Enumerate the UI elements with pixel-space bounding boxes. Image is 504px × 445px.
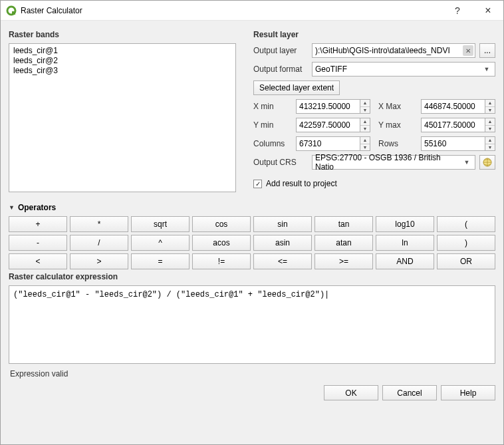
- operator-button[interactable]: cos: [192, 216, 251, 232]
- ymax-label: Y max: [378, 120, 413, 130]
- add-result-checkbox[interactable]: ✓ Add result to project: [253, 179, 337, 188]
- select-crs-button[interactable]: [479, 155, 495, 170]
- help-titlebar-button[interactable]: ?: [442, 1, 473, 21]
- chevron-down-icon: ▼: [481, 66, 492, 73]
- output-format-select[interactable]: GeoTIFF ▼: [312, 62, 495, 76]
- raster-bands-group: Raster bands leeds_cir@1 leeds_cir@2 lee…: [9, 27, 241, 198]
- operator-button[interactable]: >=: [315, 253, 373, 269]
- operators-group: ▼ Operators +*sqrtcossintanlog10(-/^acos…: [9, 202, 495, 269]
- operator-button[interactable]: tan: [315, 216, 373, 232]
- checkbox-checked-icon: ✓: [253, 180, 262, 188]
- expression-textarea[interactable]: ("leeds_cir@1" - "leeds_cir@2") / ("leed…: [9, 285, 495, 364]
- operator-button[interactable]: +: [9, 216, 67, 232]
- output-crs-select[interactable]: EPSG:27700 - OSGB 1936 / British Natio ▼: [312, 155, 475, 170]
- raster-calculator-dialog: Raster Calculator ? × Raster bands leeds…: [0, 0, 504, 445]
- ymax-input[interactable]: ▲▼: [421, 118, 495, 132]
- operator-button[interactable]: *: [70, 216, 128, 232]
- operator-button[interactable]: =: [131, 253, 189, 269]
- ymin-label: Y min: [253, 120, 288, 130]
- xmin-label: X min: [253, 102, 288, 111]
- operator-button[interactable]: sin: [253, 216, 312, 232]
- expression-group: Raster calculator expression ("leeds_cir…: [9, 273, 495, 364]
- columns-label: Columns: [253, 139, 288, 148]
- operator-button[interactable]: !=: [192, 253, 251, 269]
- operator-button[interactable]: <=: [253, 253, 312, 269]
- status-label: Expression valid: [9, 368, 495, 378]
- expression-title: Raster calculator expression: [9, 272, 495, 281]
- clear-output-icon[interactable]: ✕: [463, 45, 473, 56]
- operator-button[interactable]: log10: [376, 216, 434, 232]
- operator-button[interactable]: (: [437, 216, 495, 232]
- output-layer-label: Output layer: [253, 46, 308, 55]
- band-item[interactable]: leeds_cir@3: [12, 66, 233, 76]
- operator-button[interactable]: OR: [437, 253, 495, 269]
- operator-button[interactable]: AND: [376, 253, 434, 269]
- svg-rect-1: [12, 11, 15, 15]
- result-layer-group: Result layer Output layer ):\GitHub\QGIS…: [248, 27, 495, 198]
- band-item[interactable]: leeds_cir@1: [12, 46, 233, 56]
- qgis-icon: [6, 5, 17, 16]
- raster-bands-title: Raster bands: [9, 30, 236, 39]
- operators-title: Operators: [18, 203, 56, 212]
- cancel-button[interactable]: Cancel: [382, 385, 437, 400]
- columns-input[interactable]: ▲▼: [296, 136, 370, 151]
- output-format-label: Output format: [253, 65, 308, 74]
- rows-input[interactable]: ▲▼: [421, 136, 495, 151]
- operator-button[interactable]: asin: [253, 235, 312, 251]
- xmax-label: X Max: [378, 102, 413, 111]
- raster-bands-list[interactable]: leeds_cir@1 leeds_cir@2 leeds_cir@3: [9, 43, 236, 192]
- ok-button[interactable]: OK: [324, 385, 378, 400]
- browse-output-button[interactable]: ...: [479, 43, 495, 58]
- output-layer-input[interactable]: ):\GitHub\QGIS-intro\data\leeds_NDVI ✕: [312, 43, 475, 58]
- selected-layer-extent-button[interactable]: Selected layer extent: [253, 80, 340, 95]
- chevron-down-icon: ▼: [461, 159, 472, 166]
- add-result-label: Add result to project: [266, 179, 337, 188]
- collapse-triangle-icon[interactable]: ▼: [9, 204, 15, 211]
- operator-button[interactable]: ln: [376, 235, 434, 251]
- operator-button[interactable]: ): [437, 235, 495, 251]
- band-item[interactable]: leeds_cir@2: [12, 56, 233, 66]
- xmin-input[interactable]: ▲▼: [296, 99, 370, 114]
- xmax-input[interactable]: ▲▼: [421, 99, 495, 114]
- window-title: Raster Calculator: [21, 6, 442, 15]
- operator-button[interactable]: <: [9, 253, 67, 269]
- result-layer-title: Result layer: [253, 30, 495, 39]
- operator-button[interactable]: ^: [131, 235, 189, 251]
- dialog-footer: OK Cancel Help: [9, 385, 495, 400]
- ymin-input[interactable]: ▲▼: [296, 118, 370, 132]
- operator-button[interactable]: >: [70, 253, 128, 269]
- operator-button[interactable]: sqrt: [131, 216, 189, 232]
- operator-button[interactable]: atan: [315, 235, 373, 251]
- titlebar: Raster Calculator ? ×: [1, 1, 503, 21]
- dialog-body: Raster bands leeds_cir@1 leeds_cir@2 lee…: [1, 21, 503, 444]
- output-crs-label: Output CRS: [253, 158, 308, 167]
- rows-label: Rows: [378, 139, 413, 148]
- operator-button[interactable]: -: [9, 235, 67, 251]
- operator-button[interactable]: acos: [192, 235, 251, 251]
- help-button[interactable]: Help: [441, 385, 495, 400]
- close-titlebar-button[interactable]: ×: [473, 1, 503, 21]
- operator-button[interactable]: /: [70, 235, 128, 251]
